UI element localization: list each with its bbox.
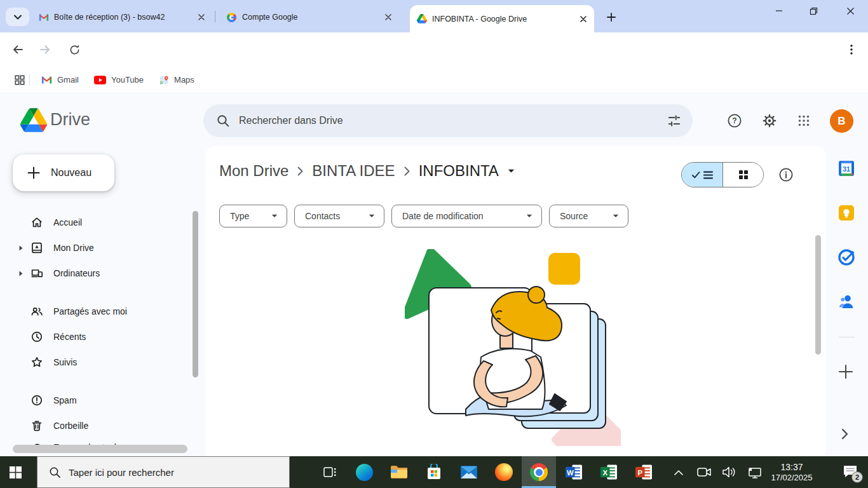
tab-close-icon[interactable] — [578, 13, 589, 25]
filter-chip-contacts[interactable]: Contacts — [294, 205, 384, 227]
tab-search-button[interactable] — [6, 8, 29, 26]
main-vertical-scrollbar[interactable] — [815, 235, 821, 355]
tab-drive-active[interactable]: INFOBINTA - Google Drive — [410, 5, 594, 32]
hide-panel-button[interactable] — [841, 428, 854, 446]
breadcrumb-current-folder[interactable]: INFOBINTA — [419, 162, 499, 180]
sidebar-item-starred[interactable]: Suivis — [10, 349, 188, 375]
tray-show-hidden-button[interactable] — [666, 456, 691, 488]
calendar-panel-button[interactable]: 31 — [837, 159, 855, 177]
window-close-button[interactable] — [836, 0, 865, 22]
excel-icon: X — [600, 464, 618, 480]
taskbar-chrome-active[interactable] — [522, 456, 556, 488]
grid-view-button[interactable] — [722, 163, 763, 187]
taskbar-file-explorer[interactable] — [382, 456, 416, 488]
list-view-button[interactable] — [682, 163, 722, 187]
chip-label: Type — [230, 211, 249, 221]
new-button[interactable]: Nouveau — [13, 154, 114, 191]
caret-down-icon — [613, 214, 619, 218]
bookmarks-divider — [29, 74, 30, 86]
taskbar-search-box[interactable] — [37, 456, 290, 488]
filter-chip-source[interactable]: Source — [549, 205, 628, 227]
expand-caret-icon[interactable] — [18, 271, 24, 276]
bookmarks-bar: Gmail YouTube Maps — [0, 67, 868, 93]
empty-folder-illustration — [405, 249, 621, 446]
bookmark-youtube[interactable]: YouTube — [89, 71, 149, 89]
side-panel-apps-icon[interactable] — [14, 74, 25, 86]
taskbar-edge[interactable] — [347, 456, 381, 488]
sidebar-item-computers[interactable]: Ordinateurs — [10, 261, 188, 286]
taskbar-firefox[interactable] — [487, 456, 521, 488]
sidebar-item-trash[interactable]: Corbeille — [10, 413, 188, 438]
taskbar-word[interactable]: W — [557, 456, 591, 488]
search-options-icon[interactable] — [667, 114, 681, 128]
settings-button[interactable] — [756, 107, 783, 135]
contacts-panel-button[interactable] — [837, 293, 855, 311]
clock-icon — [31, 330, 43, 343]
drive-product-name: Drive — [50, 110, 90, 130]
bookmark-label: Gmail — [57, 75, 79, 85]
tasks-panel-button[interactable] — [837, 248, 855, 266]
tab-close-icon[interactable] — [196, 11, 207, 23]
forward-button[interactable] — [35, 39, 55, 60]
taskbar-excel[interactable]: X — [592, 456, 626, 488]
taskbar-microsoft-store[interactable] — [417, 456, 451, 488]
task-view-icon — [323, 466, 337, 478]
sidebar-horizontal-scrollbar[interactable] — [13, 445, 187, 453]
folder-menu-caret-icon[interactable] — [508, 169, 515, 173]
sidebar-item-my-drive[interactable]: Mon Drive — [10, 235, 188, 261]
search-icon — [49, 466, 61, 478]
taskbar-search-input[interactable] — [69, 467, 289, 478]
task-view-button[interactable] — [313, 456, 347, 488]
sidebar-item-spam[interactable]: Spam — [10, 388, 188, 413]
window-minimize-button[interactable] — [764, 0, 794, 22]
sidebar-vertical-scrollbar[interactable] — [193, 211, 198, 377]
firefox-icon — [495, 463, 513, 481]
sidebar-item-label: Récents — [53, 332, 86, 342]
gmail-favicon-icon — [38, 12, 49, 23]
bookmark-label: YouTube — [111, 75, 144, 85]
sidebar-item-shared-with-me[interactable]: Partagés avec moi — [10, 299, 188, 324]
tab-gmail[interactable]: Boîte de réception (3) - bsow42 — [32, 6, 212, 29]
browser-tabstrip: Boîte de réception (3) - bsow42 Compte G… — [0, 0, 868, 32]
tray-meet-now-button[interactable] — [691, 456, 717, 488]
filter-chip-type[interactable]: Type — [219, 205, 287, 227]
youtube-icon — [94, 76, 106, 85]
taskbar-clock[interactable]: 13:37 17/02/2025 — [760, 456, 824, 488]
browser-menu-button[interactable] — [841, 39, 862, 60]
get-addons-button[interactable] — [837, 363, 855, 381]
drive-search-bar[interactable] — [203, 104, 693, 137]
start-button[interactable] — [0, 456, 31, 488]
keep-icon — [837, 204, 855, 222]
tray-volume-button[interactable] — [717, 456, 742, 488]
sidebar-item-recent[interactable]: Récents — [10, 324, 188, 349]
breadcrumb-my-drive[interactable]: Mon Drive — [219, 162, 288, 180]
drive-search-input[interactable] — [239, 115, 667, 126]
expand-caret-icon[interactable] — [18, 245, 24, 251]
keep-panel-button[interactable] — [837, 204, 855, 222]
search-icon[interactable] — [216, 114, 230, 128]
bookmark-maps[interactable]: Maps — [154, 71, 200, 89]
reload-icon — [69, 44, 81, 56]
taskbar-powerpoint[interactable]: P — [627, 456, 661, 488]
tab-google-account[interactable]: Compte Google — [220, 6, 399, 29]
new-tab-button[interactable] — [602, 8, 620, 26]
notification-center-button[interactable]: 2 — [834, 456, 868, 488]
window-restore-button[interactable] — [799, 0, 829, 22]
tab-close-icon[interactable] — [383, 11, 394, 23]
reload-button[interactable] — [64, 39, 85, 60]
sidebar-item-home[interactable]: Accueil — [10, 210, 188, 235]
taskbar-mail[interactable] — [452, 456, 486, 488]
file-explorer-icon — [390, 464, 408, 480]
windows-taskbar: W X P 13:37 17/02/2025 2 — [0, 456, 868, 488]
filter-chip-modified-date[interactable]: Date de modification — [391, 205, 542, 227]
tasks-icon — [837, 248, 855, 266]
details-button[interactable] — [778, 166, 794, 183]
help-button[interactable]: ? — [721, 107, 749, 135]
back-button[interactable] — [8, 39, 28, 60]
trash-icon — [31, 419, 43, 432]
google-apps-button[interactable] — [790, 107, 818, 135]
tab-title: Compte Google — [242, 13, 379, 22]
drive-profile-avatar[interactable]: B — [830, 109, 853, 133]
bookmark-gmail[interactable]: Gmail — [36, 71, 84, 89]
breadcrumb-binta-idee[interactable]: BINTA IDEE — [312, 162, 395, 180]
